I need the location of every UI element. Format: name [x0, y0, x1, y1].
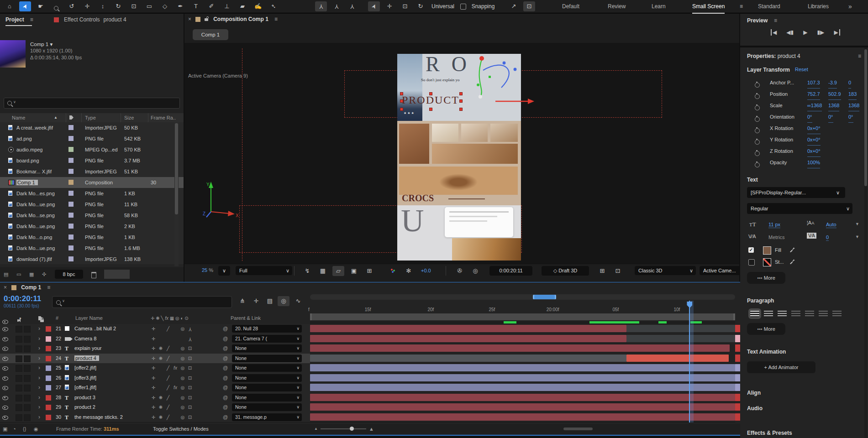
next-frame-button[interactable]: ▮▶ — [817, 29, 825, 36]
comp-breadcrumb-button[interactable]: Comp 1 — [193, 29, 228, 40]
label-swatch[interactable] — [68, 224, 74, 229]
stopwatch-icon[interactable] — [755, 151, 760, 156]
expander-icon[interactable]: › — [38, 354, 40, 364]
rotation-tool[interactable]: ↻ — [112, 1, 124, 11]
work-area-bar[interactable] — [310, 313, 735, 320]
table-row[interactable]: Dark Mo...o.pngPNG file1 KB — [0, 232, 184, 243]
layer-name[interactable]: [offer1.jfif] — [74, 383, 96, 393]
transform-value[interactable]: 752.7 — [807, 89, 820, 100]
layer-duration-bar[interactable] — [626, 335, 735, 342]
stopwatch-icon[interactable] — [755, 162, 760, 167]
layer-track[interactable] — [310, 412, 735, 423]
transform-value[interactable]: 107.3 — [807, 78, 820, 89]
composition-panel-menu-icon[interactable]: ≡ — [274, 16, 278, 22]
table-row[interactable]: Dark Mo...ue.pngPNG file2 KB — [0, 221, 184, 232]
eye-icon[interactable] — [2, 376, 8, 381]
fill-checkbox[interactable]: ✓ — [748, 247, 754, 253]
pickwhip-icon[interactable]: @ — [223, 402, 228, 412]
universal-select-tool[interactable]: ➤ — [368, 1, 380, 11]
expander-icon[interactable]: › — [38, 402, 40, 412]
layer-row[interactable]: ›25[offer2.jfif]✛╱fx◎⊡@None∨ — [0, 363, 310, 374]
layer-row[interactable]: ›29Tproduct 2✛❋╱◎⊡@None∨ — [0, 402, 310, 413]
layer-name[interactable]: explain your — [74, 344, 101, 354]
timeline-scrollbar[interactable] — [310, 294, 735, 300]
stopwatch-icon[interactable] — [755, 83, 760, 88]
align-center-button[interactable] — [764, 310, 773, 317]
label-swatch[interactable] — [68, 180, 74, 185]
timeline-timecode[interactable]: 0:00:20:11 — [4, 294, 41, 303]
exposure-value[interactable]: +0.0 — [421, 268, 431, 273]
show-snapshot-icon[interactable]: ◎ — [469, 266, 481, 276]
layer-track[interactable] — [310, 383, 735, 393]
audio-toggle-well[interactable] — [16, 395, 22, 402]
audio-toggle-well[interactable] — [16, 414, 22, 421]
workspace-tab-small-screen[interactable]: Small Screen — [692, 0, 725, 14]
expander-icon[interactable]: › — [38, 383, 40, 393]
preview-menu-icon[interactable]: ≡ — [774, 17, 777, 24]
table-row[interactable]: audio.mpegMPEG Op...ed570 KB — [0, 144, 184, 156]
channel-icon[interactable] — [391, 269, 395, 273]
tracking-dropdown-icon[interactable]: ▼ — [855, 235, 859, 239]
layer-color-swatch[interactable] — [46, 385, 51, 391]
reset-button[interactable]: Reset — [795, 67, 808, 72]
hand-tool[interactable]: ☛ — [35, 1, 47, 11]
file-name[interactable]: Dark Mo...ue.png — [16, 199, 65, 210]
audio-toggle-well[interactable] — [16, 404, 22, 411]
font-style-select[interactable]: Regular∨ — [747, 203, 852, 214]
layer-name[interactable]: product 4 — [74, 354, 99, 364]
leading-dropdown-icon[interactable]: ▼ — [855, 222, 859, 226]
region-of-interest-icon[interactable]: ▱ — [332, 266, 344, 276]
expander-icon[interactable]: › — [38, 412, 40, 422]
layer-track[interactable] — [310, 344, 735, 354]
audio-toggle-well[interactable] — [16, 345, 22, 352]
transform-value[interactable]: 183 — [848, 89, 857, 100]
table-row[interactable]: Comp 1Composition30 — [0, 177, 184, 188]
zoom-slider-knob[interactable] — [350, 427, 354, 431]
pickwhip-icon[interactable]: @ — [223, 393, 228, 403]
layer-color-swatch[interactable] — [46, 336, 51, 342]
trash-icon[interactable] — [91, 272, 96, 278]
rectangle-tool[interactable]: ▭ — [143, 1, 155, 11]
workspace-tab-libraries[interactable]: Libraries — [808, 0, 829, 13]
add-animator-button[interactable]: + Add Animator — [747, 361, 815, 373]
layer-track[interactable] — [310, 402, 735, 413]
table-row[interactable]: download (7).jfifImporterJPEG138 KB — [0, 254, 184, 265]
layer-duration-bar[interactable] — [310, 394, 735, 401]
column-size[interactable]: Size — [124, 113, 134, 122]
eye-icon[interactable] — [2, 347, 8, 351]
pan-camera-tool[interactable]: ✛ — [81, 1, 93, 11]
effects-presets-header[interactable]: Effects & Presets — [747, 430, 792, 436]
eye-icon[interactable] — [2, 396, 8, 400]
layer-name[interactable]: [offer2.jfif] — [74, 363, 96, 373]
file-name[interactable]: Comp 1 — [16, 177, 65, 188]
properties-menu-icon[interactable]: ≡ — [858, 53, 861, 59]
file-name[interactable]: ad.png — [16, 133, 65, 144]
lock-toggle-well[interactable] — [24, 375, 31, 382]
expressions-icon[interactable]: {} — [23, 424, 26, 434]
transform-value[interactable]: 100% — [807, 157, 820, 168]
audio-toggle-well[interactable] — [16, 355, 22, 362]
lock-toggle-well[interactable] — [24, 355, 31, 362]
expander-icon[interactable]: › — [38, 393, 40, 403]
close-icon[interactable]: × — [188, 16, 191, 22]
renderer-select[interactable]: Classic 3D∨ — [635, 266, 696, 275]
audio-toggle-well[interactable] — [16, 365, 22, 372]
parent-link-select[interactable]: 20. Null 28∨ — [232, 325, 302, 333]
roto-brush-tool[interactable]: ✍ — [252, 1, 264, 11]
audio-toggle-well[interactable] — [16, 385, 22, 391]
brush-tool[interactable]: ✐ — [205, 1, 217, 11]
eye-icon[interactable] — [2, 357, 8, 361]
stopwatch-icon[interactable] — [755, 117, 760, 122]
mask-visibility-icon[interactable]: ⊞ — [363, 266, 375, 276]
interpret-footage-icon[interactable]: ✣ — [42, 267, 46, 281]
toggle-switches-button[interactable]: Toggle Switches / Modes — [153, 424, 209, 434]
transparency-grid-icon[interactable]: ▦ — [317, 266, 329, 276]
pickwhip-icon[interactable]: @ — [223, 344, 228, 354]
expander-icon[interactable]: › — [38, 324, 40, 334]
project-thumbnail[interactable] — [0, 40, 26, 68]
universal-rotate-tool[interactable]: ↻ — [415, 1, 426, 11]
universal-move-tool[interactable]: ✛ — [384, 1, 395, 11]
align-right-button[interactable] — [778, 310, 787, 317]
motion-blur-icon[interactable]: ◎ — [278, 296, 289, 306]
project-tab[interactable]: Project ≡ — [5, 16, 33, 23]
